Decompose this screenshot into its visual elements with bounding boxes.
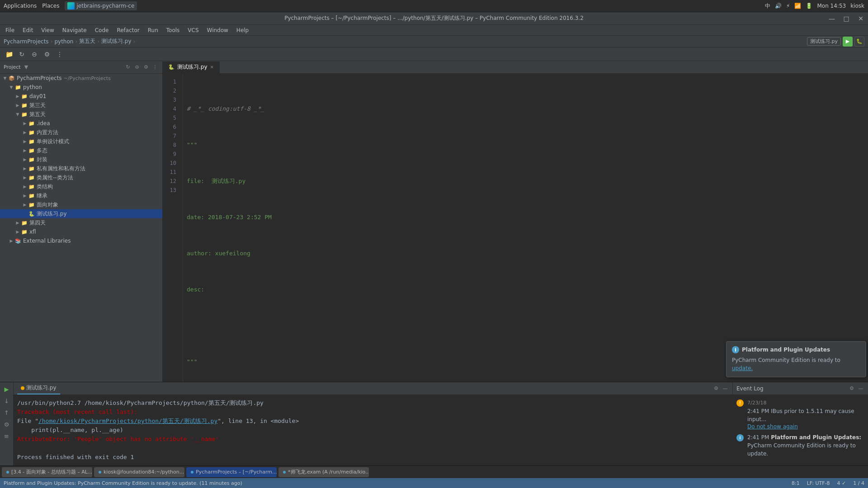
tree-item-private[interactable]: ▶ 📁 私有属性和私有方法 — [0, 164, 162, 173]
code-content[interactable]: # _*_ coding:utf-8 _*_ """ file: 测试练习.py — [183, 74, 868, 382]
sidebar-sync-icon[interactable]: ↻ — [124, 64, 132, 71]
menu-run[interactable]: Run — [144, 26, 162, 34]
run-button[interactable]: ▶ — [843, 37, 853, 47]
tree-label-oop: 面向对象 — [37, 201, 58, 209]
tree-item-classstructure[interactable]: ▶ 📁 类结构 — [0, 182, 162, 191]
sidebar-collapse-icon[interactable]: ⊖ — [133, 64, 141, 71]
line-num-9: 9 — [163, 150, 179, 159]
places-menu[interactable]: Places — [42, 3, 59, 9]
tree-item-singleton[interactable]: ▶ 📁 单例设计模式 — [0, 137, 162, 146]
toolbar-project-view[interactable]: 📁 — [4, 49, 14, 60]
network-icon[interactable]: 📶 — [794, 3, 801, 9]
toolbar-settings[interactable]: ⚙ — [42, 49, 52, 60]
battery-icon[interactable]: 🔋 — [806, 3, 812, 9]
run-gear-icon[interactable]: ⚙ — [712, 385, 720, 392]
menu-code[interactable]: Code — [91, 26, 113, 34]
run-error-line: AttributeError: 'People' object has no a… — [14, 435, 732, 444]
notification-update-link[interactable]: update. — [732, 365, 753, 371]
menu-file[interactable]: File — [2, 26, 18, 34]
run-tab[interactable]: 测试练习.py — [17, 382, 60, 394]
tree-label-classstructure: 类结构 — [37, 183, 53, 191]
event-log-gear-icon[interactable]: ⚙ — [848, 385, 855, 392]
menu-tools[interactable]: Tools — [163, 26, 184, 34]
run-scroll-up-button[interactable]: ↑ — [2, 408, 12, 418]
tree-item-day3[interactable]: ▶ 📁 第三天 — [0, 101, 162, 110]
event-link-dismiss[interactable]: Do not show again — [747, 423, 798, 430]
event-icon-label-2: i — [739, 436, 741, 440]
tree-item-pycharmprojects[interactable]: ▼ 📦 PycharmProjects ~/PycharmProjects — [0, 74, 162, 83]
tree-item-day5[interactable]: ▼ 📁 第五天 — [0, 110, 162, 119]
menu-view[interactable]: View — [38, 26, 57, 34]
run-toolbar: 测试练习.py ⚙ — — [14, 382, 732, 395]
tree-item-classattr[interactable]: ▶ 📁 类属性--类方法 — [0, 173, 162, 182]
tree-item-day4[interactable]: ▶ 📁 第四天 — [0, 218, 162, 227]
run-config-selector[interactable]: 测试练习.py — [807, 37, 841, 46]
tree-item-oop[interactable]: ▶ 📁 面向对象 — [0, 200, 162, 209]
close-button[interactable]: ✕ — [854, 12, 868, 25]
maximize-button[interactable]: □ — [839, 12, 854, 25]
event-time-1: 2:41 PM IBus prior to 1.5.11 may cause i… — [747, 407, 864, 423]
menu-edit[interactable]: Edit — [19, 26, 37, 34]
pycharm-taskbar-icon[interactable]: jetbrains-pycharm-ce — [65, 1, 137, 10]
day5-icon: 📁 — [21, 111, 28, 118]
toolbar-collapse[interactable]: ⊖ — [29, 49, 40, 60]
tree-arrow-pycharmprojects: ▼ — [2, 75, 8, 81]
taskbar-item-3[interactable]: PycharmProjects – [~/Pycharm... — [186, 467, 277, 477]
project-panel-dropdown[interactable]: ▼ — [24, 64, 28, 70]
volume-icon[interactable]: 🔊 — [775, 3, 782, 9]
breadcrumb-day5[interactable]: 第五天 — [79, 38, 95, 45]
taskbar-item-1[interactable]: [3.4 - 面向对象 - 总结练习题 – AL... — [2, 467, 92, 477]
minimize-button[interactable]: — — [825, 12, 839, 25]
day3-icon: 📁 — [21, 102, 28, 109]
tree-arrow-oop: ▶ — [22, 202, 28, 208]
status-line-info: 1 / 4 — [853, 480, 864, 486]
tree-item-encapsulation[interactable]: ▶ 📁 封装 — [0, 155, 162, 164]
menu-refactor[interactable]: Refactor — [113, 26, 143, 34]
taskbar-item-2[interactable]: kiosk@foundation84:~/python... — [94, 467, 184, 477]
tree-label-pycharmprojects: PycharmProjects — [17, 75, 62, 81]
breadcrumb-python[interactable]: python — [54, 38, 73, 45]
sidebar-settings-icon[interactable]: ⚙ — [142, 64, 150, 71]
taskbar-item-4[interactable]: *师飞龙.exam (A /run/media/kio... — [278, 467, 369, 477]
breadcrumb-sep-1: › — [51, 38, 53, 45]
run-filter-button[interactable]: ≡ — [2, 431, 12, 441]
run-rerun-button[interactable]: ▶ — [2, 384, 12, 394]
debug-button[interactable]: 🐛 — [854, 37, 864, 47]
run-collapse-icon[interactable]: — — [722, 385, 729, 392]
editor-tabs: 🐍 测试练习.py ✕ — [163, 61, 868, 74]
code-line-3: file: 测试练习.py — [187, 177, 868, 186]
menu-vcs[interactable]: VCS — [184, 26, 202, 34]
event-log-icons: ⚙ — — [848, 385, 864, 392]
event-log-collapse-icon[interactable]: — — [857, 385, 864, 392]
tree-item-polymorphism[interactable]: ▶ 📁 多态 — [0, 146, 162, 155]
menu-window[interactable]: Window — [203, 26, 232, 34]
run-settings-button[interactable]: ⚙ — [2, 419, 12, 429]
tree-item-day01[interactable]: ▶ 📁 day01 — [0, 92, 162, 101]
menu-navigate[interactable]: Navigate — [59, 26, 90, 34]
run-file-path[interactable]: /home/kiosk/PycharmProjects/python/第五天/测… — [38, 417, 217, 426]
tree-item-idea[interactable]: ▶ 📁 .idea — [0, 119, 162, 128]
tree-item-python[interactable]: ▼ 📁 python — [0, 83, 162, 92]
menu-help[interactable]: Help — [233, 26, 252, 34]
tree-item-xfl[interactable]: ▶ 📁 xfl — [0, 227, 162, 236]
editor-tab-testfile[interactable]: 🐍 测试练习.py ✕ — [163, 61, 220, 73]
bluetooth-icon[interactable]: ⚡ — [786, 3, 790, 9]
tree-item-builtins[interactable]: ▶ 📁 内置方法 — [0, 128, 162, 137]
code-editor[interactable]: 1 2 3 4 5 6 7 8 9 10 11 12 13 — [163, 74, 868, 382]
line-num-10: 10 — [163, 159, 179, 168]
breadcrumb-file[interactable]: 测试练习.py — [101, 38, 132, 45]
tree-item-testfile[interactable]: ▶ 🐍 测试练习.py — [0, 209, 162, 218]
tree-item-ext-libs[interactable]: ▶ 📚 External Libraries — [0, 236, 162, 245]
run-empty-space — [17, 444, 21, 453]
notification-popup: i Platform and Plugin Updates PyCharm Co… — [726, 341, 866, 377]
tab-close-button[interactable]: ✕ — [210, 65, 214, 70]
sidebar-more-icon[interactable]: ⋮ — [151, 64, 159, 71]
toolbar-sync[interactable]: ↻ — [16, 49, 27, 60]
applications-menu[interactable]: Applications — [4, 3, 37, 9]
tree-item-inheritance[interactable]: ▶ 📁 继承 — [0, 191, 162, 200]
run-status-dot — [21, 386, 24, 390]
editor-run-split: Project ▼ ↻ ⊖ ⚙ ⋮ ▼ 📦 PycharmProj — [0, 61, 868, 382]
toolbar-more[interactable]: ⋮ — [54, 49, 65, 60]
breadcrumb-pycharmprojects[interactable]: PycharmProjects — [4, 38, 49, 45]
run-scroll-end-button[interactable]: ↓ — [2, 396, 12, 406]
